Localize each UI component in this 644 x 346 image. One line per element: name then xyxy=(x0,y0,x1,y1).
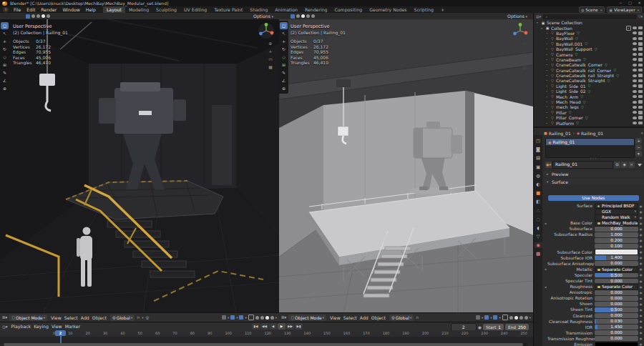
viewport-left-canvas[interactable]: ◻↖+↻◇⊞✎∠⊕ User Perspective (2) Collectio… xyxy=(0,19,279,313)
outliner-scene-collection-row[interactable]: ▾ ▣ Scene Collection xyxy=(534,20,644,25)
viewport-menu-item[interactable]: Object xyxy=(370,315,387,320)
pan-icon[interactable]: + xyxy=(268,49,273,54)
shading-dropdown-icon[interactable]: ▾ xyxy=(530,316,531,320)
tool-button[interactable]: ◇ xyxy=(1,54,9,61)
animate-dot-icon[interactable]: ● xyxy=(638,302,643,306)
property-field[interactable]: 0.030 xyxy=(595,319,638,324)
wireframe-shading-icon[interactable] xyxy=(255,316,259,320)
camera-visibility-icon[interactable] xyxy=(638,106,643,109)
list-grip[interactable]: ••• xyxy=(542,157,644,160)
transport-button[interactable]: ▮◀ xyxy=(252,323,260,330)
unlink-material-button[interactable]: × xyxy=(628,162,635,168)
animate-dot-icon[interactable]: ● xyxy=(638,308,643,312)
slot-button[interactable]: ▾ xyxy=(635,151,642,157)
animate-dot-icon[interactable]: ● xyxy=(638,337,643,340)
timeline-track[interactable] xyxy=(0,337,533,343)
tool-button[interactable]: ✎ xyxy=(1,69,9,76)
properties-tab-icon[interactable]: ▽ xyxy=(534,234,542,239)
editor-type-icon[interactable]: ⊞▾ xyxy=(281,315,286,320)
animate-dot-icon[interactable]: ● xyxy=(638,267,643,271)
property-field[interactable] xyxy=(595,249,638,255)
camera-visibility-icon[interactable] xyxy=(638,79,643,83)
editor-type-icon[interactable]: ⊞▾ xyxy=(2,315,7,320)
animate-dot-icon[interactable]: ● xyxy=(638,239,643,242)
dropdown-caret[interactable]: ▾ xyxy=(482,316,483,320)
viewlayer-selector[interactable]: ▣ ViewLayer × xyxy=(607,6,642,13)
grid-toggle-icon[interactable]: ▦ xyxy=(522,64,527,69)
tool-button[interactable]: ↻ xyxy=(1,46,9,53)
property-field[interactable]: 0.000 xyxy=(595,336,638,341)
mode-dropdown[interactable]: ◻ Object Mode xyxy=(9,315,47,321)
menu-item[interactable]: Render xyxy=(38,6,59,13)
workspace-tab[interactable]: Geometry Nodes xyxy=(366,6,410,13)
grid-toggle-icon[interactable]: ▦ xyxy=(268,64,273,69)
eye-icon[interactable] xyxy=(633,37,637,40)
camera-visibility-icon[interactable] xyxy=(638,53,643,56)
camera-visibility-icon[interactable] xyxy=(638,84,643,88)
outliner-item-row[interactable]: • ▽ BayWall ▽ xyxy=(534,36,644,41)
new-material-button[interactable]: ⧉ xyxy=(614,162,620,168)
unlink-icon[interactable]: × xyxy=(600,8,602,12)
properties-tab-icon[interactable]: ▤ xyxy=(534,155,542,161)
timeline-scrollbar[interactable] xyxy=(3,343,528,346)
slot-button[interactable]: + xyxy=(635,138,642,144)
menu-item[interactable]: Window xyxy=(59,6,82,13)
eye-icon[interactable] xyxy=(633,122,637,124)
snap-dropdown-icon[interactable]: ▾ xyxy=(142,316,143,320)
expand-caret-icon[interactable]: ▾ xyxy=(541,26,544,30)
window-control-button[interactable]: ✕ xyxy=(635,0,644,6)
animate-dot-icon[interactable]: ● xyxy=(638,256,643,260)
pan-icon[interactable]: + xyxy=(522,49,527,54)
viewport-menu-item[interactable]: Select xyxy=(63,315,79,320)
auto-keying-icon[interactable]: ◉ xyxy=(478,325,482,330)
gizmos-toggle-icon[interactable] xyxy=(484,315,489,320)
solid-shading-icon[interactable] xyxy=(514,316,518,320)
surface-panel-header[interactable]: ▾ Surface xyxy=(544,179,643,185)
property-field[interactable]: 0.000 xyxy=(595,261,638,266)
workspace-tab[interactable]: UV Editing xyxy=(180,6,210,13)
eye-icon[interactable] xyxy=(633,95,637,98)
eye-icon[interactable] xyxy=(633,58,637,61)
fake-user-button[interactable]: ◈ xyxy=(621,162,628,168)
camera-visibility-icon[interactable] xyxy=(638,122,643,125)
rendered-shading-icon[interactable] xyxy=(311,14,315,18)
property-field[interactable]: 0.000 xyxy=(595,313,638,318)
end-frame-field[interactable]: End 250 xyxy=(505,324,529,330)
animate-dot-icon[interactable]: ● xyxy=(638,285,643,289)
outliner-item-row[interactable]: • ▽ Platform ▽ xyxy=(534,120,644,125)
solid-shading-icon[interactable] xyxy=(36,14,40,18)
timeline-editor-icon[interactable]: ◷▾ xyxy=(2,325,8,329)
camera-visibility-icon[interactable] xyxy=(638,95,643,99)
dropdown-caret[interactable]: ▾ xyxy=(245,316,246,320)
camera-visibility-icon[interactable] xyxy=(638,58,643,61)
animate-dot-icon[interactable]: ● xyxy=(638,297,643,300)
tool-button[interactable]: ◇ xyxy=(280,54,288,61)
wireframe-shading-icon[interactable] xyxy=(31,14,35,18)
eye-icon[interactable] xyxy=(633,42,637,45)
filter-icon[interactable]: ▽▾ xyxy=(638,14,643,19)
outliner-item-row[interactable]: • ▽ BayWall_Support ▽ xyxy=(534,46,644,51)
snap-magnet-icon[interactable]: ∩ xyxy=(137,315,140,320)
animate-dot-icon[interactable]: ● xyxy=(638,204,643,208)
animate-dot-icon[interactable]: ● xyxy=(638,320,643,323)
eye-icon[interactable] xyxy=(633,31,637,34)
zoom-icon[interactable]: ⊕ xyxy=(268,41,273,46)
property-field[interactable]: Separate Color xyxy=(595,267,638,273)
workspace-tab[interactable]: Animation xyxy=(271,6,301,13)
viewport-menu-item[interactable]: Add xyxy=(79,315,91,320)
properties-tab-icon[interactable]: ■ xyxy=(534,190,542,196)
property-field[interactable]: 1.400 xyxy=(595,255,638,260)
shading-dropdown-icon[interactable]: ▾ xyxy=(275,316,277,320)
scrollbar-thumb[interactable] xyxy=(4,343,523,346)
animate-dot-icon[interactable]: ● xyxy=(638,262,643,265)
animate-dot-icon[interactable]: ● xyxy=(638,216,643,219)
gizmo-toggle-icon[interactable] xyxy=(26,14,30,19)
camera-visibility-icon[interactable] xyxy=(638,69,643,72)
material-shading-icon[interactable] xyxy=(265,316,269,320)
wireframe-shading-icon[interactable] xyxy=(509,316,513,320)
camera-visibility-icon[interactable] xyxy=(638,37,643,41)
outliner-item-row[interactable]: • ▽ Mech_Head ▽ xyxy=(534,99,644,104)
pin-icon[interactable]: ⌖ xyxy=(641,130,643,136)
outliner-item-row[interactable]: • ▽ BayWall.001 ▽ xyxy=(534,41,644,46)
playhead-frame-badge[interactable]: 2 xyxy=(55,330,66,336)
